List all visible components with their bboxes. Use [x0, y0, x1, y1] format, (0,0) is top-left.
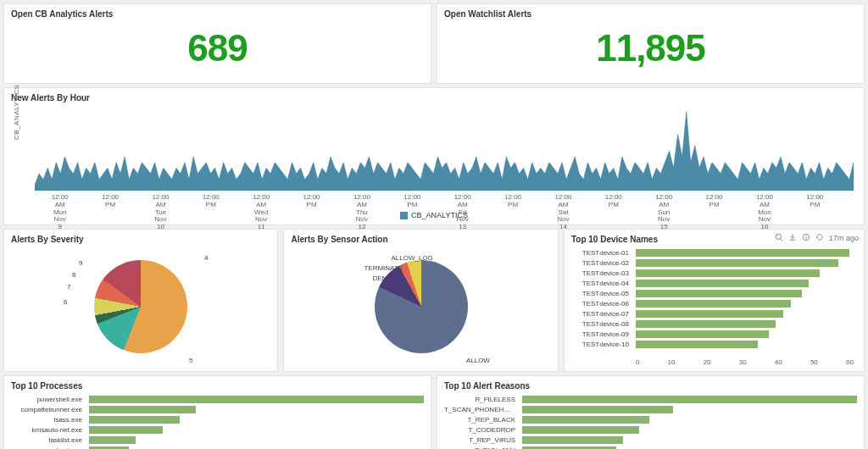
bar-label: T_RUN_ANY: [444, 446, 519, 449]
bar-row: svchost.exe: [89, 445, 424, 449]
bar-label: TESTdevice-04: [571, 280, 632, 287]
x-tick: 50: [810, 358, 818, 366]
panel-new-alerts-by-hour: New Alerts By Hour CB_ANALYTICS 51015 12…: [3, 87, 865, 225]
bar-row: TESTdevice-06: [636, 298, 857, 308]
bar-label: T_SCAN_PHONEHOME: [444, 406, 519, 413]
bar: [636, 269, 821, 277]
svg-line-4: [781, 239, 783, 241]
bar-label: TESTdevice-01: [571, 249, 632, 257]
bar-label: TESTdevice-03: [571, 269, 632, 277]
bar: [636, 320, 776, 328]
bar-row: TESTdevice-07: [636, 308, 857, 319]
bar-label: R_FILELESS: [444, 396, 519, 403]
panel-title: Alerts By Sensor Action: [291, 235, 550, 244]
svg-point-7: [805, 235, 806, 236]
bar-row: T_REP_BLACK: [522, 414, 857, 424]
x-tick: 0: [636, 358, 639, 366]
bar-row: TESTdevice-02: [636, 258, 857, 268]
kpi-value: 11,895: [444, 22, 857, 78]
pie-slice-label: ALLOW_LOG: [391, 254, 432, 262]
panel-title: Open Watchlist Alerts: [444, 9, 857, 19]
bar: [522, 416, 649, 424]
line-chart-area: CB_ANALYTICS 51015 12:00AMMonNov9202012:…: [11, 106, 857, 208]
panel-title: Top 10 Processes: [11, 381, 424, 391]
bar-label: svchost.exe: [11, 446, 86, 449]
panel-title: New Alerts By Hour: [11, 93, 857, 103]
refresh-age-text: 17m ago: [829, 234, 859, 242]
kpi-value: 689: [11, 22, 424, 78]
bar-row: TESTdevice-09: [636, 329, 857, 339]
panel-title: Top 10 Alert Reasons: [444, 381, 857, 391]
bar: [636, 341, 758, 348]
bar: [89, 416, 180, 424]
bar-label: TESTdevice-06: [571, 300, 632, 308]
bar-row: T_SCAN_PHONEHOME: [522, 404, 857, 414]
bar-row: kmsauto-net.exe: [89, 424, 424, 435]
x-tick: 40: [775, 358, 782, 366]
panel-title: Open CB Analytics Alerts: [11, 9, 424, 19]
bar-label: TESTdevice-05: [571, 290, 632, 297]
pie-slice-label: 7: [67, 283, 70, 291]
bar: [89, 446, 129, 449]
bar-label: TESTdevice-07: [571, 310, 632, 318]
bar-row: TESTdevice-04: [636, 278, 857, 288]
bar: [636, 290, 802, 297]
hbar-chart: R_FILELESST_SCAN_PHONEHOMET_REP_BLACKT_C…: [444, 394, 857, 449]
pie-slice-label: 4: [204, 254, 208, 262]
pie-slice-label: 8: [72, 271, 75, 279]
pie-slice-label: DENY: [372, 274, 391, 282]
panel-toolbar: 17m ago: [775, 233, 859, 243]
svg-point-3: [776, 234, 781, 239]
x-tick: 30: [739, 358, 747, 366]
panel-top-device-names: 17m ago Top 10 Device Names TESTdevice-0…: [564, 229, 865, 372]
bar-label: T_REP_VIRUS: [444, 436, 519, 444]
bar: [636, 310, 783, 318]
bar: [89, 426, 163, 434]
bar: [636, 249, 849, 257]
bar-row: tasklist.exe: [89, 435, 424, 445]
bar: [636, 259, 838, 267]
bar: [522, 446, 616, 449]
search-icon[interactable]: [775, 233, 783, 243]
bar-row: TESTdevice-03: [636, 268, 857, 278]
y-axis-label: CB_ANALYTICS: [13, 85, 20, 140]
pie-chart: [94, 260, 187, 353]
pie-slice-label: ALLOW: [466, 357, 490, 364]
x-tick: 10: [668, 358, 676, 366]
bar-label: lsass.exe: [11, 416, 86, 424]
bar-label: powershell.exe: [11, 396, 86, 403]
bar: [636, 330, 769, 338]
pie-slice-label: TERMINATE: [364, 264, 403, 272]
bar-row: compattelrunner.exe: [89, 404, 424, 414]
bar-row: powershell.exe: [89, 394, 424, 404]
bar-label: tasklist.exe: [11, 436, 86, 444]
bar-row: TESTdevice-01: [636, 247, 857, 258]
refresh-icon[interactable]: [815, 233, 824, 243]
panel-alerts-by-severity: Alerts By Severity 4 5 6 7 8 9: [3, 229, 278, 372]
bar: [522, 396, 857, 403]
bar: [636, 280, 810, 287]
bar: [89, 406, 196, 413]
x-tick: 20: [704, 358, 711, 366]
bar-label: TESTdevice-08: [571, 320, 632, 328]
pie-slice-label: 9: [79, 259, 82, 267]
kpi-watchlist: Open Watchlist Alerts 11,895: [437, 3, 865, 84]
info-icon[interactable]: [802, 233, 810, 243]
bar-row: lsass.exe: [89, 414, 424, 424]
bar: [89, 436, 136, 444]
panel-title: Alerts By Severity: [11, 235, 270, 244]
panel-top-processes: Top 10 Processes powershell.execompattel…: [3, 375, 431, 449]
panel-alerts-by-sensor-action: Alerts By Sensor Action ALLOW_LOG TERMIN…: [283, 229, 558, 372]
bar: [89, 396, 424, 403]
bar-label: T_REP_BLACK: [444, 416, 519, 424]
bar-row: R_FILELESS: [522, 394, 857, 404]
bar-label: TESTdevice-09: [571, 330, 632, 338]
download-icon[interactable]: [788, 233, 797, 243]
bar: [522, 406, 673, 413]
bar-row: TESTdevice-05: [636, 288, 857, 298]
bar-row: TESTdevice-10: [636, 339, 857, 349]
bar: [522, 426, 639, 434]
pie-slice-label: 6: [64, 298, 67, 306]
hbar-chart: TESTdevice-01TESTdevice-02TESTdevice-03T…: [571, 247, 857, 366]
x-tick: 60: [846, 358, 854, 366]
